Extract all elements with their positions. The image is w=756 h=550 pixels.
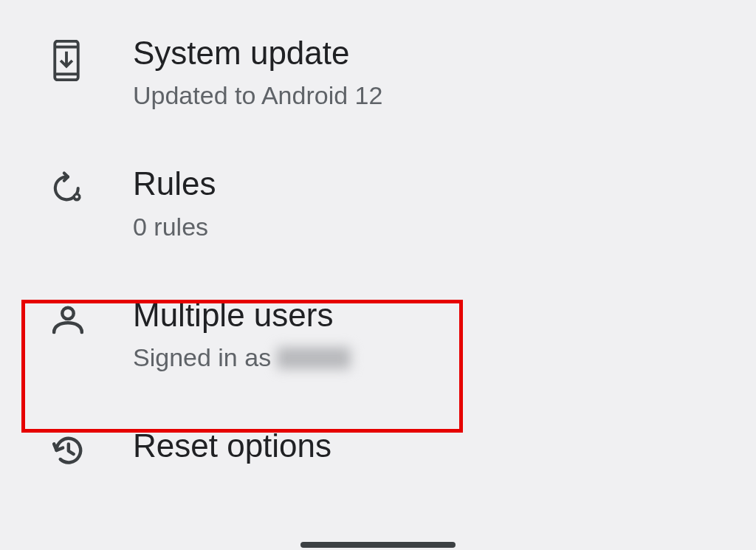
setting-item-multiple-users[interactable]: Multiple users Signed in as — [0, 269, 756, 400]
setting-item-subtitle: Updated to Android 12 — [133, 81, 719, 110]
person-icon — [50, 298, 92, 337]
rules-icon — [50, 166, 92, 206]
setting-item-text: Rules 0 rules — [133, 166, 719, 241]
setting-item-title: System update — [133, 35, 719, 71]
setting-item-system-update[interactable]: System update Updated to Android 12 — [0, 7, 756, 138]
signed-in-prefix: Signed in as — [133, 343, 271, 372]
svg-point-6 — [75, 196, 78, 199]
setting-item-subtitle: 0 rules — [133, 213, 719, 241]
setting-item-title: Reset options — [133, 428, 719, 464]
setting-item-title: Multiple users — [133, 298, 719, 333]
setting-item-title: Rules — [133, 166, 719, 202]
setting-item-text: Multiple users Signed in as — [133, 298, 719, 372]
history-icon — [50, 428, 92, 468]
setting-item-text: Reset options — [133, 428, 719, 464]
system-update-icon — [50, 35, 92, 81]
svg-point-7 — [62, 307, 73, 318]
setting-item-rules[interactable]: Rules 0 rules — [0, 138, 756, 269]
setting-item-text: System update Updated to Android 12 — [133, 35, 719, 110]
navigation-handle[interactable] — [300, 542, 456, 548]
setting-item-reset-options[interactable]: Reset options — [0, 400, 756, 483]
setting-item-subtitle: Signed in as — [133, 343, 719, 372]
settings-list: System update Updated to Android 12 Rule… — [0, 0, 756, 483]
signed-in-username-redacted — [277, 347, 351, 369]
